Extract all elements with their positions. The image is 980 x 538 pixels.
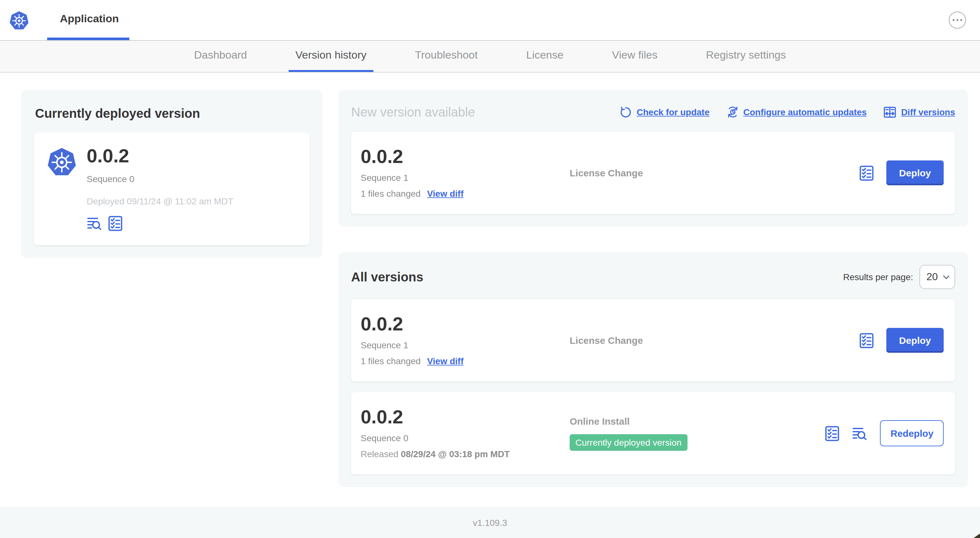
preflight-checklist-icon[interactable] [826, 425, 840, 441]
view-diff-link[interactable]: View diff [427, 356, 463, 366]
version-source-label: Online Install [570, 416, 826, 427]
version-number: 0.0.2 [361, 408, 570, 427]
deploy-button[interactable]: Deploy [886, 328, 944, 353]
deploy-logs-icon[interactable] [852, 426, 867, 440]
new-version-panel: New version available Check for update [338, 90, 968, 227]
version-sequence: Sequence 1 [361, 173, 570, 183]
deploy-button[interactable]: Deploy [886, 160, 944, 185]
all-versions-panel: All versions Results per page: 20 [338, 252, 968, 487]
version-released-date: Released 08/29/24 @ 03:18 pm MDT [361, 449, 570, 459]
diff-versions-link[interactable]: Diff versions [883, 105, 955, 119]
console-version: v1.109.3 [473, 517, 507, 527]
tab-license[interactable]: License [519, 41, 571, 72]
chevron-down-icon [943, 275, 950, 279]
kubernetes-logo-icon [46, 146, 77, 177]
refresh-icon [619, 106, 632, 118]
deploy-logs-icon[interactable] [87, 216, 102, 230]
current-version-deployed-date: Deployed 09/11/24 @ 11:02 am MDT [87, 196, 233, 206]
page-footer: v1.109.3 [0, 507, 980, 538]
app-nav: Dashboard Version history Troubleshoot L… [0, 41, 980, 73]
more-options-button[interactable] [949, 11, 966, 29]
current-version-number: 0.0.2 [87, 146, 233, 165]
tab-dashboard[interactable]: Dashboard [187, 41, 254, 72]
diff-icon [883, 105, 897, 119]
tab-version-history[interactable]: Version history [288, 41, 373, 72]
version-sequence: Sequence 0 [361, 433, 570, 443]
check-for-update-link[interactable]: Check for update [619, 106, 710, 118]
currently-deployed-card: 0.0.2 Sequence 0 Deployed 09/11/24 @ 11:… [34, 132, 310, 245]
cursor-artifact [974, 533, 980, 538]
app-tab-label: Application [60, 13, 119, 25]
tab-troubleshoot[interactable]: Troubleshoot [408, 41, 485, 72]
page: Application Dashboard Version history Tr… [0, 0, 980, 538]
view-diff-link[interactable]: View diff [427, 189, 463, 198]
results-per-page-select[interactable]: 20 [920, 265, 955, 289]
preflight-checklist-icon[interactable] [859, 333, 873, 348]
main-content: Currently deployed version [0, 73, 980, 507]
current-version-details: 0.0.2 Sequence 0 Deployed 09/11/24 @ 11:… [87, 146, 233, 231]
right-column: New version available Check for update [338, 90, 968, 487]
new-version-row: 0.0.2 Sequence 1 1 files changed View di… [351, 132, 955, 214]
files-changed-label: 1 files changed [361, 189, 420, 198]
version-number: 0.0.2 [361, 147, 570, 166]
all-versions-title: All versions [351, 270, 423, 284]
results-per-page-label: Results per page: [843, 272, 913, 282]
files-changed-label: 1 files changed [361, 356, 420, 366]
app-tab-application[interactable]: Application [47, 0, 129, 40]
currently-deployed-title: Currently deployed version [35, 106, 310, 121]
version-number: 0.0.2 [361, 314, 570, 333]
version-row-sequence-0: 0.0.2 Sequence 0 Released 08/29/24 @ 03:… [351, 392, 955, 475]
configure-automatic-updates-link[interactable]: Configure automatic updates [726, 106, 867, 118]
currently-deployed-badge: Currently deployed version [570, 434, 687, 451]
current-version-sequence: Sequence 0 [87, 174, 233, 184]
currently-deployed-panel: Currently deployed version [21, 90, 323, 258]
preflight-checklist-icon[interactable] [859, 165, 873, 181]
preflight-checklist-icon[interactable] [108, 216, 123, 231]
new-version-title: New version available [351, 105, 475, 119]
top-bar: Application [0, 0, 980, 41]
clock-refresh-icon [726, 106, 739, 118]
version-sequence: Sequence 1 [361, 340, 570, 350]
tab-view-files[interactable]: View files [605, 41, 665, 72]
results-per-page-value: 20 [926, 271, 938, 283]
version-source-label: License Change [570, 167, 859, 178]
kubernetes-logo-icon [9, 10, 29, 30]
tab-registry-settings[interactable]: Registry settings [699, 41, 793, 72]
version-row-sequence-1: 0.0.2 Sequence 1 1 files changed View di… [351, 299, 955, 381]
ellipsis-icon [953, 19, 955, 21]
version-source-label: License Change [570, 335, 859, 346]
redeploy-button[interactable]: Redeploy [880, 420, 944, 446]
